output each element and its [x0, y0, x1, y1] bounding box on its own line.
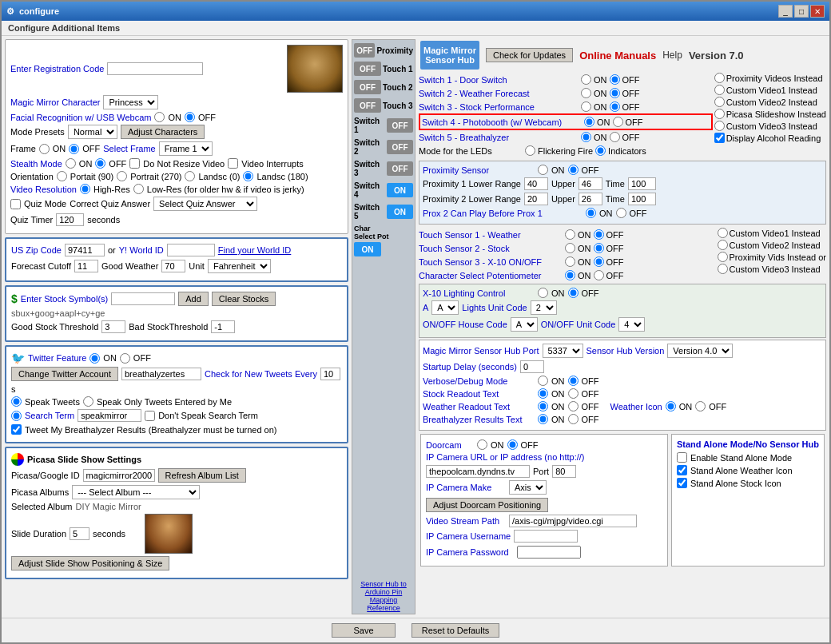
maximize-button[interactable]: □: [794, 5, 809, 18]
facial-on-radio[interactable]: [154, 112, 165, 122]
doorcam-label[interactable]: Doorcam: [426, 440, 474, 450]
good-threshold-input[interactable]: [101, 320, 125, 333]
facial-off-radio[interactable]: [185, 112, 195, 122]
prox2-lower-input[interactable]: [524, 193, 548, 205]
ip-make-label[interactable]: IP Camera Make: [426, 483, 506, 492]
startup-delay-input[interactable]: [520, 360, 544, 373]
landscape180-radio[interactable]: [243, 171, 253, 181]
sw2-on-radio[interactable]: [581, 88, 591, 98]
stream-input[interactable]: [509, 515, 637, 527]
online-manuals-link[interactable]: Online Manuals: [579, 50, 656, 62]
portrait270-radio[interactable]: [117, 171, 127, 181]
clear-stocks-button[interactable]: Clear Stocks: [212, 292, 276, 306]
unit-select[interactable]: Fahrenheit: [208, 259, 271, 273]
dc-on-radio[interactable]: [477, 439, 487, 450]
frame-select[interactable]: Frame 1: [159, 141, 213, 156]
search-term-label[interactable]: Search Term: [25, 411, 74, 420]
stealth-mode-label[interactable]: Stealth Mode: [10, 159, 62, 169]
landscape0-radio[interactable]: [185, 171, 195, 181]
stock-label[interactable]: Enter Stock Symbol(s): [21, 294, 108, 304]
good-weather-input[interactable]: [161, 260, 185, 272]
verbose-on-radio[interactable]: [538, 376, 548, 386]
enable-standalone-checkbox[interactable]: [677, 452, 687, 463]
prox1-upper-input[interactable]: [579, 177, 602, 190]
speak-only-radio[interactable]: [83, 396, 93, 407]
registration-input[interactable]: [107, 62, 203, 75]
video-resolution-label[interactable]: Video Resolution: [10, 185, 77, 194]
check-new-tweets-label[interactable]: Check for New Tweets Every: [205, 369, 317, 379]
sw4-off-radio[interactable]: [613, 117, 623, 127]
verbose-off-radio[interactable]: [568, 376, 579, 386]
prox-on-radio[interactable]: [538, 165, 548, 175]
dc-password-label[interactable]: IP Camera Password: [426, 547, 514, 557]
onoff-house-label[interactable]: ON/OFF House Code: [423, 320, 507, 329]
switch4-sensor-label[interactable]: Switch 4 - Photobooth (w/ Webcam): [422, 117, 582, 127]
lights-house-label[interactable]: A: [423, 303, 428, 312]
touch2-switch[interactable]: OFF: [354, 80, 381, 94]
weather-readout-label[interactable]: Weather Readout Text: [423, 402, 535, 411]
switch5-switch[interactable]: ON: [387, 205, 413, 219]
find-world-id-link[interactable]: Find your World ID: [218, 245, 292, 255]
sw1-on-radio[interactable]: [581, 74, 591, 85]
picasa-id-input[interactable]: [83, 469, 155, 482]
wr-off-radio[interactable]: [568, 401, 579, 411]
breathalyzer-text-label[interactable]: Breathalyzer Results Text: [423, 415, 535, 424]
p2p1-off-radio[interactable]: [616, 208, 626, 218]
wi-on-radio[interactable]: [666, 401, 676, 411]
csp-off-radio[interactable]: [594, 270, 604, 280]
prox-videos-radio[interactable]: [714, 73, 725, 83]
sensor-hub-version-select[interactable]: Version 4.0: [667, 344, 733, 358]
switch2-switch[interactable]: OFF: [387, 140, 413, 154]
adjust-characters-button[interactable]: Adjust Characters: [121, 125, 205, 139]
minimize-button[interactable]: _: [778, 5, 793, 18]
twitter-off-radio[interactable]: [120, 353, 130, 364]
weather-icon-label[interactable]: Weather Icon: [610, 402, 662, 411]
switch2-sensor-label[interactable]: Switch 2 - Weather Forecast: [419, 89, 579, 98]
onoff-unit-label[interactable]: ON/OFF Unit Code: [541, 320, 616, 329]
sensor-port-label[interactable]: Magic Mirror Sensor Hub Port: [423, 346, 539, 356]
custom-video3-radio[interactable]: [714, 121, 725, 131]
prox1-lower-input[interactable]: [524, 177, 548, 190]
low-res-radio[interactable]: [133, 184, 144, 194]
switch1-switch[interactable]: OFF: [387, 118, 413, 133]
sr-off-radio[interactable]: [568, 388, 579, 399]
quiz-mode-checkbox[interactable]: [10, 199, 21, 209]
touch1-label[interactable]: Touch Sensor 1 - Weather: [419, 230, 563, 240]
standalone-weather-checkbox[interactable]: [677, 465, 687, 475]
prox2-upper-input[interactable]: [579, 193, 602, 205]
sw3-off-radio[interactable]: [610, 101, 620, 112]
br-on-radio[interactable]: [538, 414, 548, 424]
tweet-interval-input[interactable]: [320, 368, 340, 380]
sw1-off-radio[interactable]: [610, 74, 620, 85]
ts2-off-radio[interactable]: [594, 243, 604, 253]
ip-url-label[interactable]: IP Camera URL or IP address (no http://): [426, 452, 585, 462]
ts1-on-radio[interactable]: [565, 229, 575, 240]
prox-off-radio[interactable]: [568, 165, 579, 175]
dc-password-input[interactable]: [517, 546, 581, 559]
quiz-answer-select[interactable]: Select Quiz Answer: [153, 197, 257, 211]
custom-video2b-radio[interactable]: [718, 240, 728, 250]
stream-label[interactable]: Video Stream Path: [426, 516, 506, 526]
touch2-label[interactable]: Touch Sensor 2 - Stock: [419, 244, 563, 253]
ts3-off-radio[interactable]: [594, 256, 604, 267]
twitter-account-input[interactable]: [121, 368, 201, 380]
select-frame-label[interactable]: Select Frame: [103, 144, 155, 153]
video-interrupts-checkbox[interactable]: [228, 158, 238, 169]
x10-on-radio[interactable]: [538, 288, 548, 298]
prox2-before-label[interactable]: Prox 2 Can Play Before Prox 1: [423, 209, 582, 218]
prox2-time-input[interactable]: [628, 193, 656, 205]
picasa-slideshow-radio[interactable]: [714, 109, 725, 119]
reset-button[interactable]: Reset to Defaults: [412, 623, 499, 638]
save-button[interactable]: Save: [332, 623, 396, 638]
switch3-sensor-label[interactable]: Switch 3 - Stock Performance: [419, 102, 579, 112]
touch3-switch[interactable]: OFF: [354, 98, 381, 113]
char-select-pot-switch[interactable]: ON: [354, 242, 381, 256]
lights-house-select[interactable]: A: [431, 300, 459, 315]
no-resize-checkbox[interactable]: [129, 158, 140, 169]
facial-recognition-label[interactable]: Facial Recognition w/ USB Webcam: [10, 113, 151, 122]
sw3-on-radio[interactable]: [581, 101, 591, 112]
check-updates-button[interactable]: Check for Updates: [486, 48, 573, 62]
tweet-breathalyzer-checkbox[interactable]: [11, 424, 22, 435]
magic-mirror-character-label[interactable]: Magic Mirror Character: [10, 97, 100, 107]
refresh-album-button[interactable]: Refresh Album List: [158, 468, 246, 483]
